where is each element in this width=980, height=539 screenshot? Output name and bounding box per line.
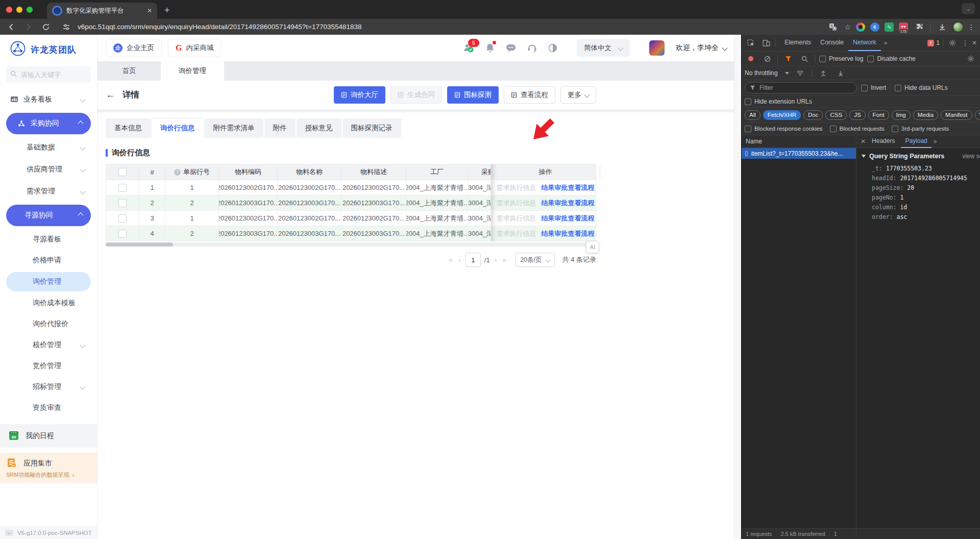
devtools-tab-network[interactable]: Network [848, 35, 881, 51]
action-button-0[interactable]: 询价大厅 [334, 86, 385, 104]
url-text[interactable]: v6poc.51qqt.com/srm/enquiry/enquiryHead/… [78, 23, 362, 31]
network-conditions-icon[interactable] [794, 67, 806, 79]
next-page-icon[interactable]: › [494, 256, 498, 264]
clear-log-icon[interactable] [761, 53, 773, 65]
notification-bell-icon[interactable] [485, 43, 495, 53]
hide-extension-urls-checkbox[interactable]: Hide extension URLs [745, 98, 812, 105]
sidebar-item-14[interactable]: 资质审查 [0, 398, 97, 418]
throttling-select[interactable]: No throttling [745, 69, 789, 77]
page-tab-home[interactable]: 首页 [97, 61, 161, 81]
tab-headers[interactable]: Headers [868, 135, 899, 148]
tab-3[interactable]: 附件 [264, 118, 296, 138]
type-filter-manifest[interactable]: Manifest [941, 110, 972, 120]
tab-5[interactable]: 围标探测记录 [342, 118, 401, 138]
tab-0[interactable]: 基本信息 [106, 118, 151, 138]
extension-colorwheel-icon[interactable] [856, 22, 865, 32]
type-filter-js[interactable]: JS [849, 110, 865, 120]
devtools-close-icon[interactable]: ✕ [972, 39, 977, 46]
back-button[interactable]: ← [106, 89, 115, 101]
close-detail-icon[interactable]: ✕ [861, 138, 866, 145]
search-input[interactable] [20, 70, 83, 79]
page-tab-enquiry[interactable]: 询价管理 [161, 61, 224, 81]
prev-page-icon[interactable]: ‹ [457, 256, 462, 264]
site-info-icon[interactable] [60, 21, 72, 33]
devtools-settings-icon[interactable] [946, 37, 959, 49]
current-page-input[interactable]: 1 [465, 253, 481, 267]
enterprise-home-button[interactable]: 企 企业主页 [106, 39, 162, 57]
tab-search-button[interactable]: ⌄ [962, 3, 975, 14]
checkbox[interactable] [745, 126, 751, 132]
extension-blue-icon[interactable]: c [870, 22, 879, 32]
network-filter-input[interactable] [758, 84, 837, 92]
more-tabs-icon[interactable]: » [884, 39, 887, 46]
row-checkbox[interactable] [118, 214, 127, 223]
tab-2[interactable]: 附件需求清单 [205, 118, 263, 138]
sidebar-item-2[interactable]: 基础数据 [0, 138, 97, 157]
sidebar-item-0[interactable]: 业务看板 [0, 90, 97, 109]
sidebar-item-3[interactable]: 供应商管理 [0, 160, 97, 179]
checkbox[interactable] [867, 56, 874, 62]
sidebar-item-13[interactable]: 招标管理 [0, 377, 97, 397]
action-button-3[interactable]: 查看流程 [504, 86, 555, 104]
sidebar-item-1[interactable]: 采购协同 [6, 113, 91, 134]
name-column-header[interactable]: Name [742, 135, 856, 148]
ai-assistant-button[interactable]: AI [586, 241, 599, 253]
first-page-icon[interactable]: « [448, 256, 454, 264]
support-headset-icon[interactable] [527, 43, 537, 53]
language-select[interactable]: 简体中文 [577, 39, 630, 57]
filter-funnel-icon[interactable] [782, 53, 794, 65]
bookmark-star-icon[interactable]: ☆ [844, 23, 851, 31]
action-approval-flow-link[interactable]: 结果审批查看流程 [542, 183, 595, 192]
browser-profile-avatar[interactable] [953, 22, 963, 32]
page-scrollbar-gutter[interactable] [734, 35, 741, 539]
theme-contrast-icon[interactable] [548, 43, 557, 53]
row-checkbox[interactable] [118, 230, 127, 238]
issues-badge[interactable]: ! 1 [927, 39, 940, 46]
devtools-menu-icon[interactable]: ⋮ [962, 39, 969, 47]
browser-menu-icon[interactable]: ⋮ [968, 23, 975, 31]
devtools-tab-console[interactable]: Console [816, 35, 848, 51]
internal-mall-button[interactable]: G 内采商城 [168, 39, 221, 57]
type-filter-fetchxhr[interactable]: Fetch/XHR [763, 110, 801, 120]
type-filter-img[interactable]: Img [892, 110, 911, 120]
type-filter-css[interactable]: CSS [825, 110, 847, 120]
reload-icon[interactable] [40, 21, 52, 33]
sidebar-item-5[interactable]: 寻源协同 [6, 205, 91, 226]
maximize-window-button[interactable] [27, 7, 33, 13]
checkbox[interactable] [745, 99, 751, 105]
new-tab-button[interactable]: + [164, 5, 170, 16]
page-size-select[interactable]: 20条/页 [515, 253, 554, 267]
sidebar-item-4[interactable]: 需求管理 [0, 182, 97, 201]
sidebar-item-7[interactable]: 价格申请 [0, 251, 97, 270]
devtools-tab-elements[interactable]: Elements [780, 35, 816, 51]
user-menu[interactable]: 欢迎，李坤全 [676, 43, 727, 53]
export-har-icon[interactable] [835, 67, 847, 79]
close-tab-icon[interactable]: ✕ [147, 7, 152, 14]
third-party-checkbox[interactable]: 3rd-party requests [892, 126, 949, 132]
extension-green-icon[interactable]: ∿ [885, 22, 894, 32]
sidebar-item-9[interactable]: 询价成本模板 [0, 293, 97, 313]
type-filter-all[interactable]: All [745, 110, 761, 120]
blocked-cookies-checkbox[interactable]: Blocked response cookies [745, 126, 823, 132]
action-button-4[interactable]: 更多 [560, 86, 596, 104]
action-approval-flow-link[interactable]: 结果审批查看流程 [542, 199, 595, 208]
network-search-icon[interactable] [798, 53, 811, 65]
inspect-element-icon[interactable] [745, 37, 757, 49]
collapse-icon[interactable]: ← [5, 530, 13, 536]
extension-red-icon[interactable]: ♥♥178 [899, 22, 908, 32]
tab-payload[interactable]: Payload [901, 135, 931, 148]
hide-data-urls-checkbox[interactable]: Hide data URLs [895, 84, 948, 91]
type-filter-font[interactable]: Font [868, 110, 889, 120]
user-avatar[interactable] [649, 40, 665, 56]
record-icon[interactable] [745, 53, 757, 65]
help-icon[interactable]: ? [174, 169, 181, 176]
checkbox[interactable] [830, 126, 837, 132]
action-approval-flow-link[interactable]: 结果审批查看流程 [542, 229, 595, 238]
type-filter-doc[interactable]: Doc [803, 110, 823, 120]
invert-checkbox[interactable]: Invert [861, 84, 886, 91]
more-detail-tabs-icon[interactable]: » [934, 138, 937, 145]
browser-tab[interactable]: 数字化采购管理平台 ✕ [47, 3, 157, 19]
type-filter-media[interactable]: Media [913, 110, 938, 120]
scrollbar-thumb[interactable] [106, 242, 173, 247]
sidebar-item-8[interactable]: 询价管理 [6, 272, 91, 291]
